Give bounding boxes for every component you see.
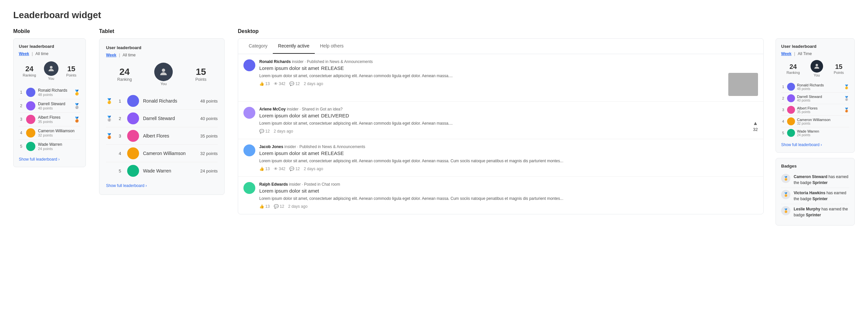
feed-views-1: 👁 342 xyxy=(274,81,285,86)
vote-up-2[interactable]: ▲ xyxy=(753,121,758,126)
feed-row-1: Lorem ipsum dolor sit amet, consectetuer… xyxy=(259,73,758,96)
feed-item-4: Ralph Edwards insider · Posted in Chat r… xyxy=(238,177,763,214)
sidebar-list-item: 4 Cameron Williamson 32 points xyxy=(781,116,849,127)
feed-row-2: Lorem ipsum dolor sit amet, consectetuer… xyxy=(259,121,758,134)
feed-role-2: insider · Shared in Got an idea? xyxy=(287,107,342,111)
sidebar-tab-alltime[interactable]: All Time xyxy=(798,52,812,56)
feed-body-3: Lorem ipsum dolor sit amet, consectetuer… xyxy=(259,158,758,164)
page-container: Leaderboard widget Mobile User leaderboa… xyxy=(0,0,868,241)
mobile-user-stat: 24 Ranking You 15 Points xyxy=(19,61,80,80)
feed-likes-4[interactable]: 👍 13 xyxy=(259,204,270,209)
s-avatar-1 xyxy=(787,83,795,91)
rank-4: 4 xyxy=(19,131,24,135)
feed-body-4: Lorem ipsum dolor sit amet, consectetuer… xyxy=(259,196,758,202)
feed-item-2: Arlene McCoy insider · Shared in Got an … xyxy=(238,102,763,139)
mobile-show-full-link[interactable]: Show full leaderboard › xyxy=(19,157,59,162)
tablet-tab-week[interactable]: Week xyxy=(106,53,116,57)
tablet-item-points-1: 48 points xyxy=(200,99,218,104)
feed-time-4: 2 days ago xyxy=(288,204,308,209)
mobile-you-avatar xyxy=(44,61,58,76)
tablet-card: User leaderboard Week | All time 24 Rank… xyxy=(99,38,225,195)
avatar-2 xyxy=(26,101,35,110)
feed-avatar-3 xyxy=(243,144,255,156)
s-name-4: Cameron Williamson xyxy=(797,118,849,122)
sidebar-you-label: You xyxy=(810,73,823,77)
item-info-3: Albert Flores 35 points xyxy=(38,115,71,124)
tablet-item-name-2: Darrell Steward xyxy=(143,116,196,121)
s-name-1: Ronald Richards xyxy=(797,83,842,87)
tablet-show-full-link[interactable]: Show full leaderboard › xyxy=(106,183,147,188)
tablet-tab-alltime[interactable]: All time xyxy=(123,53,135,57)
s-info-1: Ronald Richards 48 points xyxy=(797,83,842,91)
tab-recently-active[interactable]: Recently active xyxy=(273,39,315,54)
feed-content-1: Ronald Richards insider · Published in N… xyxy=(259,59,758,96)
mobile-tab-alltime[interactable]: All time xyxy=(35,52,48,56)
tablet-item-name-4: Cameron Williamson xyxy=(143,151,196,156)
tablet-list-item: 5 Wade Warren 24 points xyxy=(106,162,218,179)
s-info-5: Wade Warren 24 points xyxy=(797,129,849,137)
badge-text-3: Leslie Murphy has earned the badge Sprin… xyxy=(794,206,849,218)
feed-content-4: Ralph Edwards insider · Posted in Chat r… xyxy=(259,182,758,209)
feed-avatar-1 xyxy=(243,59,255,71)
item-points-1: 48 points xyxy=(38,93,71,97)
feed-author-1: Ronald Richards xyxy=(259,59,291,64)
s-points-1: 48 points xyxy=(797,87,842,91)
sidebar-points: 15 Points xyxy=(834,63,844,74)
tablet-avatar-5 xyxy=(127,165,139,177)
tablet-item-points-5: 24 points xyxy=(200,169,218,173)
sidebar-list-item: 1 Ronald Richards 48 points 🥇 xyxy=(781,81,849,93)
vote-box-2: ▲ 32 xyxy=(753,121,758,132)
s-points-3: 35 points xyxy=(797,110,842,114)
mobile-tab-week[interactable]: Week xyxy=(19,52,29,56)
tablet-label: Tablet xyxy=(99,28,225,34)
mobile-card: User leaderboard Week | All time 24 Rank… xyxy=(13,38,86,167)
tab-category[interactable]: Category xyxy=(243,39,273,54)
tablet-you-avatar xyxy=(154,63,173,81)
tablet-widget-title: User leaderboard xyxy=(106,45,218,50)
sidebar-list-item: 2 Darrell Steward 40 points 🥈 xyxy=(781,93,849,104)
feed-meta-1: Ronald Richards insider · Published in N… xyxy=(259,59,758,64)
desktop-layout: Category Recently active Help others Ron… xyxy=(238,38,855,231)
badge-name-1: Sprinter xyxy=(812,180,828,185)
tablet-ranking: 24 Ranking xyxy=(117,67,132,82)
sidebar-ranking: 24 Ranking xyxy=(786,63,800,74)
item-name-1: Ronald Richards xyxy=(38,88,71,93)
badge-user-3: Leslie Murphy xyxy=(794,207,820,211)
mobile-ranking-label: Ranking xyxy=(23,73,36,77)
feed-item-1: Ronald Richards insider · Published in N… xyxy=(238,54,763,102)
feed-title-3: Lorem ipsum dolor sit amet RELEASE xyxy=(259,150,758,156)
svg-point-1 xyxy=(162,69,165,72)
badge-user-1: Cameron Steward xyxy=(794,174,827,179)
item-points-2: 40 points xyxy=(38,106,71,110)
tablet-rank-3: 3 xyxy=(117,134,123,138)
sidebar-tab-week[interactable]: Week xyxy=(781,52,792,56)
sidebar-user-stat: 24 Ranking You 15 Point xyxy=(781,60,849,77)
sidebar-show-full-link[interactable]: Show full leaderboard › xyxy=(781,142,822,147)
desktop-feed: Category Recently active Help others Ron… xyxy=(238,38,764,214)
mobile-widget-title: User leaderboard xyxy=(19,44,80,49)
sidebar-leaderboard-list: 1 Ronald Richards 48 points 🥇 2 xyxy=(781,81,849,138)
feed-comments-4[interactable]: 💬 12 xyxy=(274,204,284,209)
feed-title-2: Lorem ipsum dolor sit amet DELIVERED xyxy=(259,113,758,118)
tablet-user-stat: 24 Ranking You 15 Points xyxy=(106,63,218,86)
s-name-5: Wade Warren xyxy=(797,129,849,133)
mobile-section: Mobile User leaderboard Week | All time … xyxy=(13,28,86,167)
tab-help-others[interactable]: Help others xyxy=(315,39,349,54)
mobile-points-value: 15 xyxy=(66,65,76,73)
feed-avatar-2 xyxy=(243,107,255,119)
s-info-4: Cameron Williamson 32 points xyxy=(797,118,849,125)
feed-comments-1[interactable]: 💬 12 xyxy=(289,81,300,86)
s-rank-3: 3 xyxy=(781,108,785,112)
sidebar-you: You xyxy=(810,60,823,77)
s-avatar-2 xyxy=(787,94,795,102)
feed-image-1 xyxy=(728,73,758,96)
badge-gold-1: 🥇 xyxy=(74,90,80,96)
feed-role-3: insider · Published in News & Announceme… xyxy=(284,144,365,149)
svg-point-2 xyxy=(815,64,818,66)
feed-comments-3[interactable]: 💬 12 xyxy=(289,167,300,171)
feed-likes-3[interactable]: 👍 13 xyxy=(259,167,270,171)
feed-likes-1[interactable]: 👍 13 xyxy=(259,81,270,86)
feed-actions-3: 👍 13 👁 342 💬 12 2 days ago xyxy=(259,167,758,171)
s-rank-1: 1 xyxy=(781,85,785,89)
feed-comments-2[interactable]: 💬 12 xyxy=(259,129,270,134)
